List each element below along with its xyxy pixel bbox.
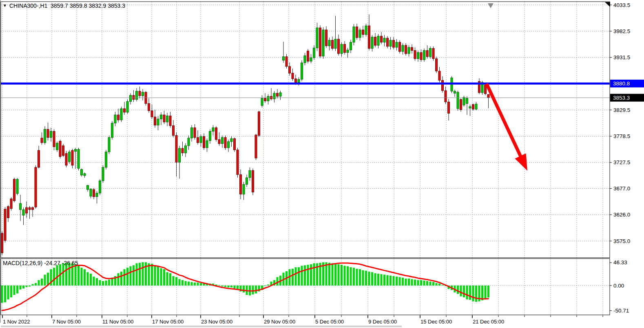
macd-indicator-label: MACD(12,26,9) -24.27 -26.65 — [3, 260, 78, 266]
time-axis-label: 17 Nov 05:00 — [152, 319, 184, 325]
price-axis-label: 3575.0 — [613, 238, 630, 244]
collapse-triangle-icon[interactable]: ▼ — [3, 4, 7, 8]
chart-window: 4033.53982.53931.53829.53778.53727.53677… — [0, 0, 644, 328]
time-axis-label: 11 Nov 05:00 — [102, 319, 133, 325]
main-panel-border — [1, 2, 610, 258]
svg-text:3853.3: 3853.3 — [613, 95, 630, 101]
chart-title-text: CHINA300-,H1 3859.7 3859.8 3832.9 3853.3 — [9, 2, 125, 9]
price-axis-label: 3626.0 — [613, 212, 630, 218]
time-axis-label: 21 Dec 05:00 — [473, 319, 504, 325]
price-axis: 4033.53982.53931.53829.53778.53727.53677… — [610, 2, 630, 314]
time-axis-label: 23 Nov 05:00 — [201, 319, 232, 325]
macd-axis-label: 0.00 — [613, 283, 624, 289]
macd-histogram — [1, 262, 490, 303]
horizontal-scrollbar[interactable] — [1, 326, 402, 327]
time-axis-label: 7 Nov 05:00 — [52, 319, 81, 325]
svg-text:3880.8: 3880.8 — [613, 80, 630, 87]
time-axis-label: 5 Dec 05:00 — [315, 319, 344, 325]
time-axis-label: 29 Nov 05:00 — [264, 319, 295, 325]
macd-axis-label: 46.33 — [613, 259, 627, 266]
macd-axis-label: -50.71 — [613, 308, 629, 314]
price-axis-label: 4033.5 — [613, 2, 630, 8]
time-axis: 1 Nov 20227 Nov 05:0011 Nov 05:0017 Nov … — [2, 315, 603, 325]
chart-shift-corner-icon[interactable] — [605, 2, 610, 7]
time-axis-label: 15 Dec 05:00 — [420, 319, 452, 325]
price-axis-label: 3727.5 — [613, 159, 630, 165]
trend-arrow[interactable] — [487, 84, 527, 171]
current-price-badge: 3853.3 — [610, 94, 644, 102]
time-axis-label: 1 Nov 2022 — [3, 319, 30, 325]
candles — [1, 14, 490, 255]
price-axis-label: 3829.5 — [613, 107, 630, 113]
chart-title: ▼ CHINA300-,H1 3859.7 3859.8 3832.9 3853… — [3, 2, 125, 9]
time-axis-label: 9 Dec 05:00 — [368, 319, 397, 325]
price-axis-label: 3982.5 — [613, 28, 630, 34]
price-axis-label: 3677.0 — [613, 185, 630, 192]
price-axis-label: 3931.5 — [613, 54, 630, 60]
chart-canvas[interactable]: 4033.53982.53931.53829.53778.53727.53677… — [0, 0, 644, 328]
line-price-badge: 3880.8 — [610, 80, 644, 87]
chart-shift-marker-icon[interactable] — [488, 3, 494, 8]
price-axis-label: 3778.5 — [613, 133, 630, 139]
